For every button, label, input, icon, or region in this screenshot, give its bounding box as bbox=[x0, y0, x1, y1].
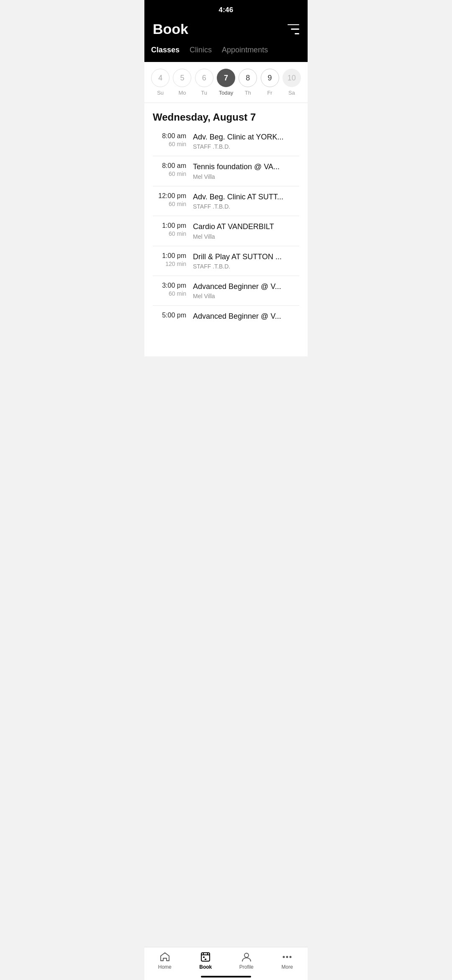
day-number: 6 bbox=[195, 69, 213, 87]
time-duration: 60 min bbox=[153, 230, 186, 237]
tab-clinics[interactable]: Clinics bbox=[190, 44, 212, 56]
class-instructor: STAFF .T.B.D. bbox=[193, 263, 299, 270]
class-instructor: STAFF .T.B.D. bbox=[193, 143, 299, 150]
day-label: Mo bbox=[178, 90, 186, 96]
schedule-item-2[interactable]: 8:00 am 60 min Tennis foundation @ VA...… bbox=[153, 156, 299, 186]
status-bar: 4:46 bbox=[144, 0, 308, 18]
calendar-day-6[interactable]: 6 Tu bbox=[195, 69, 214, 96]
day-number: 4 bbox=[151, 69, 170, 87]
day-number: 9 bbox=[261, 69, 279, 87]
day-label: Sa bbox=[288, 90, 295, 96]
tab-appointments[interactable]: Appointments bbox=[222, 44, 268, 56]
time-main: 1:00 pm bbox=[153, 222, 186, 230]
time-main: 8:00 am bbox=[153, 162, 186, 170]
schedule-item-3[interactable]: 12:00 pm 60 min Adv. Beg. Clinic AT SUTT… bbox=[153, 186, 299, 216]
class-instructor: Mel Villa bbox=[193, 173, 299, 180]
time-main: 12:00 pm bbox=[153, 192, 186, 200]
calendar-day-9[interactable]: 9 Fr bbox=[260, 69, 280, 96]
schedule-item-1[interactable]: 8:00 am 60 min Adv. Beg. Clinic at YORK.… bbox=[153, 126, 299, 156]
day-label: Th bbox=[245, 90, 251, 96]
calendar-day-4[interactable]: 4 Su bbox=[151, 69, 170, 96]
class-name: Advanced Beginner @ V... bbox=[193, 282, 299, 291]
calendar-day-5[interactable]: 5 Mo bbox=[172, 69, 192, 96]
status-time: 4:46 bbox=[218, 6, 233, 14]
class-instructor: Mel Villa bbox=[193, 293, 299, 299]
time-duration: 60 min bbox=[153, 170, 186, 177]
class-name: Drill & Play AT SUTTON ... bbox=[193, 252, 299, 262]
schedule-item-6[interactable]: 3:00 pm 60 min Advanced Beginner @ V... … bbox=[153, 276, 299, 306]
calendar-day-10[interactable]: 10 Sa bbox=[282, 69, 301, 96]
class-name: Tennis foundation @ VA... bbox=[193, 162, 299, 172]
calendar-strip: 4 Su 5 Mo 6 Tu 7 Today 8 Th 9 Fr 10 Sa bbox=[144, 62, 308, 103]
schedule-item-7[interactable]: 5:00 pm Advanced Beginner @ V... bbox=[153, 306, 299, 356]
class-name: Advanced Beginner @ V... bbox=[193, 312, 299, 321]
class-instructor: STAFF .T.B.D. bbox=[193, 203, 299, 210]
time-main: 3:00 pm bbox=[153, 282, 186, 289]
schedule-item-4[interactable]: 1:00 pm 60 min Cardio AT VANDERBILT Mel … bbox=[153, 216, 299, 246]
calendar-day-7[interactable]: 7 Today bbox=[216, 69, 236, 96]
day-label: Fr bbox=[267, 90, 272, 96]
time-duration: 60 min bbox=[153, 141, 186, 147]
schedule-content: Wednesday, August 7 8:00 am 60 min Adv. … bbox=[144, 103, 308, 356]
class-name: Cardio AT VANDERBILT bbox=[193, 222, 299, 232]
day-number: 8 bbox=[239, 69, 257, 87]
class-instructor: Mel Villa bbox=[193, 233, 299, 240]
calendar-day-8[interactable]: 8 Th bbox=[238, 69, 257, 96]
day-label: Today bbox=[219, 90, 234, 96]
tabs-container: Classes Clinics Appointments bbox=[144, 44, 308, 62]
page-title: Book bbox=[153, 21, 188, 37]
header: Book bbox=[144, 18, 308, 44]
day-number: 7 bbox=[217, 69, 235, 87]
day-number: 10 bbox=[282, 69, 301, 87]
time-main: 1:00 pm bbox=[153, 252, 186, 260]
time-duration: 60 min bbox=[153, 201, 186, 207]
time-main: 8:00 am bbox=[153, 132, 186, 140]
class-name: Adv. Beg. Clinic at YORK... bbox=[193, 132, 299, 142]
day-label: Tu bbox=[201, 90, 207, 96]
time-duration: 120 min bbox=[153, 260, 186, 267]
date-heading: Wednesday, August 7 bbox=[153, 103, 299, 126]
tab-classes[interactable]: Classes bbox=[151, 44, 180, 56]
time-duration: 60 min bbox=[153, 290, 186, 297]
class-name: Adv. Beg. Clinic AT SUTT... bbox=[193, 192, 299, 202]
schedule-item-5[interactable]: 1:00 pm 120 min Drill & Play AT SUTTON .… bbox=[153, 246, 299, 276]
day-label: Su bbox=[157, 90, 164, 96]
filter-button[interactable] bbox=[288, 24, 299, 34]
day-number: 5 bbox=[173, 69, 191, 87]
time-main: 5:00 pm bbox=[153, 312, 186, 319]
